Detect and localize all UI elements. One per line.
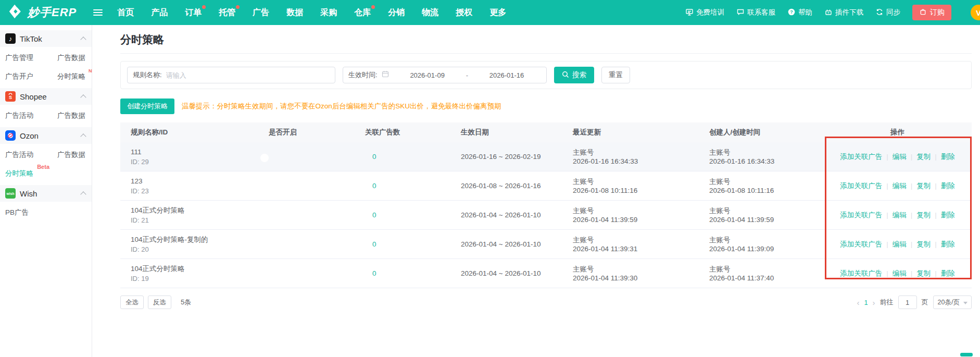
date-end-value[interactable]: 2026-01-16 <box>472 71 541 79</box>
goto-page-input[interactable] <box>898 296 917 309</box>
date-range-cell: 2026-01-04 ~ 2026-01-10 <box>461 240 573 248</box>
linked-ads-count[interactable]: 0 <box>365 211 461 219</box>
add-linked-ad-link[interactable]: 添加关联广告 <box>840 152 882 162</box>
nav-item-order[interactable]: 订单 <box>185 7 202 18</box>
search-button[interactable]: 搜索 <box>554 67 594 83</box>
chevron-up-icon <box>80 94 86 100</box>
add-linked-ad-link[interactable]: 添加关联广告 <box>840 269 882 278</box>
shopping-bag-icon <box>919 8 927 17</box>
rule-name-input[interactable] <box>166 71 330 79</box>
nav-item-more[interactable]: 更多 <box>489 7 506 18</box>
sidebar-item-ad-campaign-shopee[interactable]: 广告活动 <box>5 106 35 125</box>
notification-dot <box>236 5 240 9</box>
separator: | <box>911 182 913 190</box>
page-size-select[interactable]: 20条/页 <box>933 296 972 309</box>
delete-link[interactable]: 删除 <box>941 181 955 191</box>
sidebar-item-timeshare-ozon-active[interactable]: 分时策略 Beta <box>5 164 35 183</box>
nav-item-product[interactable]: 产品 <box>151 7 168 18</box>
menu-toggle-icon[interactable] <box>93 8 103 17</box>
add-linked-ad-link[interactable]: 添加关联广告 <box>840 211 882 220</box>
date-start-value[interactable]: 2026-01-09 <box>393 71 462 79</box>
logo-mark-icon <box>7 3 24 22</box>
wish-icon: wish <box>5 188 16 199</box>
edit-link[interactable]: 编辑 <box>893 240 907 249</box>
sidebar-item-ad-campaign-ozon[interactable]: 广告活动 <box>5 145 35 164</box>
delete-link[interactable]: 删除 <box>941 152 955 162</box>
goto-label: 前往 <box>880 298 894 307</box>
nav-item-warehouse[interactable]: 仓库 <box>354 7 371 18</box>
linked-ads-count[interactable]: 0 <box>365 240 461 248</box>
plugin-download-link[interactable]: 插件下载 <box>824 8 863 18</box>
nav-item-distribution[interactable]: 分销 <box>388 7 405 18</box>
edit-link[interactable]: 编辑 <box>893 269 907 278</box>
rule-name-field[interactable]: 规则名称: <box>127 67 335 83</box>
invert-select-button[interactable]: 反选 <box>148 296 171 309</box>
edit-link[interactable]: 编辑 <box>893 181 907 191</box>
sidebar-item-pb-ads[interactable]: PB广告 <box>5 203 31 222</box>
sidebar-item-ad-data-tiktok[interactable]: 广告数据 <box>57 48 87 67</box>
linked-ads-count[interactable]: 0 <box>365 269 461 277</box>
subscribe-button[interactable]: 订购 <box>912 5 951 20</box>
copy-link[interactable]: 复制 <box>916 211 931 220</box>
actions-cell: 添加关联广告| 编辑| 复制| 删除 <box>823 181 972 191</box>
free-training-link[interactable]: 免费培训 <box>685 8 724 18</box>
linked-ads-count[interactable]: 0 <box>365 153 461 161</box>
copy-link[interactable]: 复制 <box>916 269 931 278</box>
table-row: 104正式分时策略-复制的 ID: 20 0 2026-01-04 ~ 2026… <box>120 230 972 259</box>
delete-link[interactable]: 删除 <box>941 240 955 249</box>
delete-link[interactable]: 删除 <box>941 211 955 220</box>
notification-dot <box>371 5 375 9</box>
sidebar-section-tiktok[interactable]: ♪ TikTok <box>0 30 92 47</box>
user-avatar[interactable]: V <box>971 5 980 20</box>
add-linked-ad-link[interactable]: 添加关联广告 <box>840 181 882 191</box>
creator-cell: 主账号2026-01-04 11:39:09 <box>709 236 823 253</box>
col-header-adcount: 关联广告数 <box>365 128 461 137</box>
sidebar-item-ad-data-ozon[interactable]: 广告数据 <box>57 145 87 164</box>
select-all-button[interactable]: 全选 <box>120 296 144 309</box>
copy-link[interactable]: 复制 <box>916 181 931 191</box>
nav-item-purchase[interactable]: 采购 <box>320 7 337 18</box>
edit-link[interactable]: 编辑 <box>893 211 907 220</box>
customer-service-link[interactable]: 联系客服 <box>736 8 775 18</box>
effective-time-field[interactable]: 生效时间: 2026-01-09 - 2026-01-16 <box>343 67 547 83</box>
copy-link[interactable]: 复制 <box>916 152 931 162</box>
linked-ads-count[interactable]: 0 <box>365 182 461 190</box>
reset-button[interactable]: 重置 <box>601 67 630 83</box>
rule-name-cell: 104正式分时策略 ID: 19 <box>131 264 269 283</box>
delete-link[interactable]: 删除 <box>941 269 955 278</box>
edit-link[interactable]: 编辑 <box>893 152 907 162</box>
actions-cell: 添加关联广告| 编辑| 复制| 删除 <box>823 269 972 278</box>
horizontal-scrollbar-thumb[interactable] <box>960 353 973 356</box>
search-icon <box>562 71 569 80</box>
sidebar-item-ad-management[interactable]: 广告管理 <box>5 48 35 67</box>
rule-name-cell: 104正式分时策略 ID: 21 <box>131 206 269 225</box>
sync-link[interactable]: 同步 <box>875 8 900 18</box>
sidebar-section-shopee[interactable]: S Shopee <box>0 88 92 105</box>
copy-link[interactable]: 复制 <box>916 240 931 249</box>
nav-item-logistics[interactable]: 物流 <box>422 7 438 18</box>
create-strategy-button[interactable]: 创建分时策略 <box>120 99 174 114</box>
nav-item-data[interactable]: 数据 <box>286 7 303 18</box>
prev-page-arrow[interactable]: ‹ <box>857 298 859 307</box>
nav-item-hosting[interactable]: 托管 <box>219 7 235 18</box>
nav-item-ads[interactable]: 广告 <box>253 7 269 18</box>
nav-item-authorization[interactable]: 授权 <box>456 7 472 18</box>
updated-cell: 主账号2026-01-16 16:34:33 <box>573 148 709 166</box>
rule-name-label: 规则名称: <box>133 70 162 80</box>
col-header-creator: 创建人/创建时间 <box>709 128 823 137</box>
updated-cell: 主账号2026-01-04 11:39:31 <box>573 236 709 253</box>
nav-item-home[interactable]: 首页 <box>117 7 134 18</box>
sidebar-section-wish[interactable]: wish Wish <box>0 185 92 202</box>
sidebar-item-timeshare-tiktok[interactable]: 分时策略 NEW <box>57 67 87 86</box>
current-page[interactable]: 1 <box>864 299 868 306</box>
creator-cell: 主账号2026-01-08 10:11:16 <box>709 177 823 195</box>
help-link[interactable]: ? 帮助 <box>787 8 812 18</box>
actions-cell: 添加关联广告| 编辑| 复制| 删除 <box>823 240 972 249</box>
updated-cell: 主账号2026-01-04 11:39:59 <box>573 206 709 224</box>
sidebar-item-ad-data-shopee[interactable]: 广告数据 <box>57 106 87 125</box>
sidebar-item-ad-account[interactable]: 广告开户 <box>5 67 35 86</box>
next-page-arrow[interactable]: › <box>873 298 875 307</box>
add-linked-ad-link[interactable]: 添加关联广告 <box>840 240 882 249</box>
section-title: TikTok <box>20 34 81 43</box>
sidebar-section-ozon[interactable]: Ozon <box>0 127 92 144</box>
